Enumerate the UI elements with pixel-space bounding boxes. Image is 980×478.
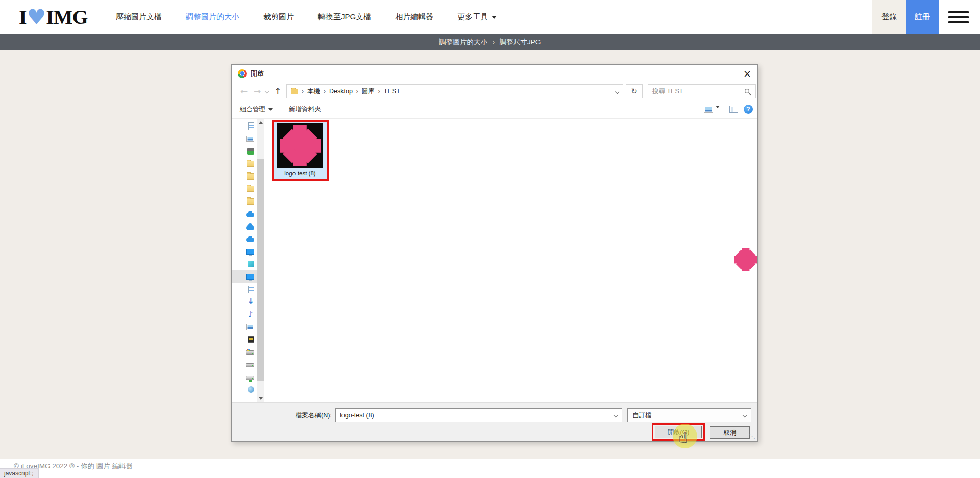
- sidebar-item-pictures[interactable]: [232, 321, 257, 334]
- sidebar-item-document2[interactable]: [232, 283, 257, 296]
- help-icon[interactable]: ?: [744, 105, 753, 114]
- disk-icon: [246, 363, 254, 367]
- sidebar-item-cube[interactable]: [232, 258, 257, 271]
- nav-item[interactable]: 裁剪圖片: [263, 12, 294, 22]
- sidebar-item-device[interactable]: [232, 145, 257, 158]
- nav-item[interactable]: 相片編輯器: [395, 12, 433, 22]
- site-logo[interactable]: I♥IMG: [19, 5, 88, 29]
- sidebar-list: [232, 120, 257, 396]
- login-button[interactable]: 登錄: [872, 0, 906, 34]
- sidebar-item-pictures[interactable]: [232, 133, 257, 145]
- address-segment[interactable]: 本機: [307, 87, 320, 96]
- nav-item[interactable]: 壓縮圖片文檔: [116, 12, 162, 22]
- hamburger-menu-icon[interactable]: [948, 11, 969, 23]
- sidebar-item-folder[interactable]: [232, 183, 257, 195]
- nav-item[interactable]: 更多工具: [457, 12, 497, 22]
- selected-file-annotation: logo-test (8): [272, 120, 329, 181]
- cloud-icon: [246, 238, 254, 242]
- cloud-icon: [246, 225, 254, 230]
- nav-item[interactable]: 轉換至JPG文檔: [318, 12, 371, 22]
- breadcrumb-current: 調整尺寸JPG: [500, 38, 541, 47]
- address-segment[interactable]: Desktop: [329, 88, 353, 95]
- folder-icon: [247, 173, 254, 180]
- hand-cursor-icon: ☝: [678, 429, 688, 446]
- cancel-button[interactable]: 取消: [710, 426, 750, 439]
- sidebar-item-desktop[interactable]: [232, 270, 257, 283]
- back-button[interactable]: ←: [238, 84, 250, 98]
- scroll-up-icon[interactable]: [257, 119, 264, 127]
- sidebar-item-folder[interactable]: [232, 158, 257, 170]
- dialog-title: 開啟: [251, 69, 264, 78]
- disk-network-icon: [246, 376, 254, 380]
- filetype-value: 自訂檔: [632, 411, 652, 420]
- address-bar[interactable]: ›本機›Desktop›圖庫›TEST: [286, 84, 623, 98]
- pictures-icon: [246, 324, 254, 330]
- organize-menu[interactable]: 組合管理: [240, 100, 273, 118]
- caret-down-icon: [492, 16, 497, 19]
- filename-dropdown-chevron-icon[interactable]: [614, 413, 618, 417]
- logo-text-i: I: [19, 5, 27, 29]
- folder-icon: [247, 198, 254, 205]
- up-button[interactable]: ↑: [272, 84, 284, 98]
- sidebar-item-disk-network[interactable]: [232, 371, 257, 384]
- change-view-button[interactable]: [704, 106, 713, 113]
- close-icon[interactable]: ×: [741, 67, 753, 80]
- search-input[interactable]: [652, 88, 744, 95]
- nav-item[interactable]: 調整圖片的大小: [186, 12, 239, 22]
- sidebar-item-monitor[interactable]: [232, 245, 257, 258]
- sidebar-scrollbar[interactable]: [257, 119, 264, 402]
- filetype-chevron-icon: [743, 413, 747, 417]
- breadcrumb-link[interactable]: 調整圖片的大小: [439, 38, 488, 47]
- new-folder-button[interactable]: 新增資料夾: [289, 100, 321, 118]
- globe-icon: [248, 386, 254, 393]
- sidebar-item-document[interactable]: [232, 120, 257, 133]
- download-icon: [247, 298, 254, 306]
- desktop-icon: [246, 274, 254, 280]
- device-icon: [247, 148, 254, 155]
- sidebar-item-disk-windows[interactable]: [232, 346, 257, 359]
- forward-button[interactable]: →: [251, 84, 263, 98]
- sidebar-item-music[interactable]: [232, 308, 257, 321]
- main-nav: 壓縮圖片文檔調整圖片的大小裁剪圖片轉換至JPG文檔相片編輯器更多工具: [116, 0, 497, 34]
- sidebar-item-disk[interactable]: [232, 358, 257, 371]
- view-options-caret-icon[interactable]: [716, 108, 720, 117]
- sidebar-item-cloud[interactable]: [232, 208, 257, 220]
- address-segment[interactable]: TEST: [384, 88, 400, 95]
- sidebar-item-cloud[interactable]: [232, 233, 257, 245]
- file-item[interactable]: logo-test (8): [275, 123, 325, 178]
- sidebar-item-folder[interactable]: [232, 170, 257, 183]
- folder-icon: [247, 161, 254, 167]
- scrollbar-thumb[interactable]: [257, 159, 264, 381]
- sidebar-item-film[interactable]: [232, 333, 257, 346]
- breadcrumb-separator: ›: [493, 39, 495, 46]
- scroll-down-icon[interactable]: [257, 395, 264, 402]
- address-separator-icon: ›: [378, 88, 380, 95]
- file-thumbnail: [277, 123, 323, 168]
- preview-image: [734, 248, 757, 271]
- preview-pane-toggle[interactable]: [729, 106, 738, 113]
- sidebar-item-globe[interactable]: [232, 383, 257, 396]
- address-segment[interactable]: 圖庫: [362, 87, 375, 96]
- signup-button[interactable]: 註冊: [906, 0, 939, 34]
- refresh-button[interactable]: ↻: [626, 84, 643, 98]
- resize-grip[interactable]: ⋱: [749, 432, 755, 440]
- logo-text-img: IMG: [46, 5, 87, 29]
- organize-label: 組合管理: [240, 105, 265, 114]
- address-segments: ›本機›Desktop›圖庫›TEST: [302, 87, 400, 96]
- sidebar-item-folder[interactable]: [232, 195, 257, 208]
- document-icon: [248, 122, 254, 130]
- dialog-toolbar: 組合管理 新增資料夾 ?: [232, 100, 757, 119]
- file-open-dialog: 開啟 × ← → ↑ ›本機›Desktop›圖庫›TEST ↻ 組合管理 新增…: [231, 64, 758, 442]
- dialog-navigation-row: ← → ↑ ›本機›Desktop›圖庫›TEST ↻: [232, 82, 757, 100]
- sidebar-item-download[interactable]: [232, 295, 257, 308]
- site-header: I♥IMG 壓縮圖片文檔調整圖片的大小裁剪圖片轉換至JPG文檔相片編輯器更多工具…: [0, 0, 980, 34]
- music-icon: [247, 311, 254, 318]
- dialog-titlebar[interactable]: 開啟: [232, 65, 757, 82]
- recent-locations-chevron-icon[interactable]: [263, 84, 271, 98]
- filename-input[interactable]: [336, 412, 614, 419]
- film-icon: [248, 336, 254, 343]
- search-icon[interactable]: [744, 88, 751, 95]
- sidebar-item-cloud[interactable]: [232, 220, 257, 233]
- address-dropdown-chevron-icon[interactable]: [616, 88, 619, 95]
- filetype-select[interactable]: 自訂檔: [627, 408, 751, 422]
